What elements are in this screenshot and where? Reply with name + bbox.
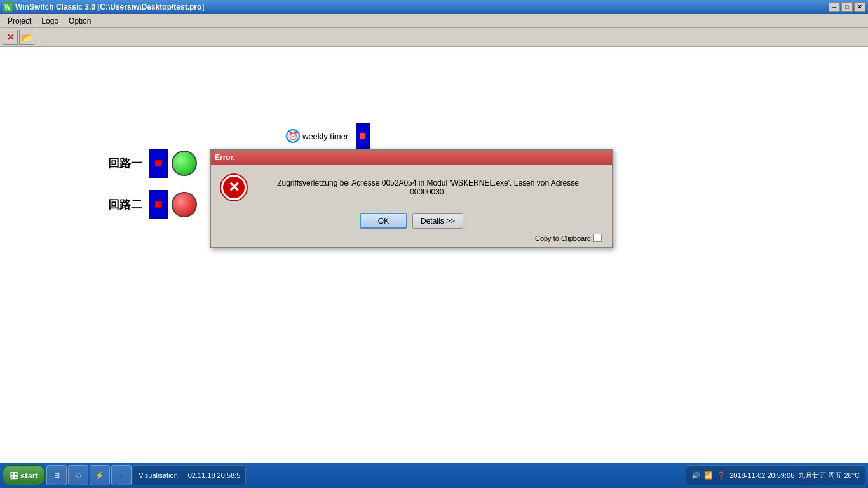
row1-label: 回路一 (108, 156, 142, 171)
taskbar-app3-icon: ⚡ (95, 471, 104, 480)
taskbar-app-4[interactable]: e (111, 465, 132, 485)
close-toolbar-button[interactable]: ✕ (3, 30, 18, 45)
taskbar-app-1[interactable]: ⊞ (46, 465, 67, 485)
windows-icon: ⊞ (10, 470, 18, 482)
taskbar-app4-icon: e (120, 471, 123, 479)
circle-green-1 (172, 151, 197, 176)
window-controls: ─ □ ✕ (829, 2, 865, 12)
dialog-body: ✕ Zugriffsverletzung bei Adresse 0052A05… (211, 165, 612, 208)
switch-indicator-1a (155, 160, 161, 166)
taskbar-app2-icon: 🛡 (75, 471, 82, 479)
error-dialog: Error. ✕ Zugriffsverletzung bei Adresse … (210, 149, 613, 248)
ok-button[interactable]: OK (360, 213, 407, 229)
tray-date-cn: 九月廿五 周五 28°C (798, 471, 860, 480)
circuit-row-2: 回路二 (108, 190, 197, 219)
toolbar-separator (37, 31, 37, 44)
error-icon: ✕ (221, 175, 247, 200)
open-toolbar-button[interactable]: 📂 (19, 30, 34, 45)
weekly-timer-label: weekly timer (302, 132, 348, 141)
start-button[interactable]: ⊞ start (3, 465, 45, 485)
switch-block-1a[interactable] (149, 149, 168, 178)
dialog-footer: Copy to Clipboard (211, 231, 612, 247)
tray-datetime: 2018-11-02 20:59:06 (729, 471, 794, 479)
close-icon: ✕ (6, 31, 15, 43)
toolbar: ✕ 📂 (0, 28, 868, 47)
tray-network-icon: 🔊 (691, 471, 700, 480)
weekly-timer-header: ⏰ weekly timer (286, 123, 370, 149)
start-label: start (20, 471, 38, 480)
menu-project[interactable]: Project (3, 15, 36, 27)
switch-indicator-2a (155, 201, 161, 208)
app-icon: W (3, 2, 13, 12)
error-message: Zugriffsverletzung bei Adresse 0052A054 … (254, 175, 602, 200)
close-button[interactable]: ✕ (854, 2, 865, 12)
window-title: WinSwitch Classic 3.0 [C:\Users\w\Deskto… (15, 3, 829, 11)
dialog-title: Error. (215, 153, 235, 162)
taskbar: ⊞ start ⊞ 🛡 ⚡ e Visualisation 02.11.18 2… (0, 463, 868, 488)
restore-button[interactable]: □ (841, 2, 853, 12)
status-mode: Visualisation (139, 471, 178, 479)
minimize-button[interactable]: ─ (829, 2, 840, 12)
status-timestamp: 02.11.18 20:58:5 (188, 471, 241, 479)
timer-switch-dot (360, 133, 365, 139)
switch-block-2a[interactable] (149, 190, 168, 219)
error-text: Zugriffsverletzung bei Adresse 0052A054 … (277, 179, 579, 196)
circuit-row-1: 回路一 (108, 149, 197, 178)
system-tray: 🔊 📶 ❓ 2018-11-02 20:59:06 九月廿五 周五 28°C (686, 465, 865, 485)
copy-to-clipboard-label: Copy to Clipboard (535, 234, 591, 242)
circle-red-2 (172, 192, 197, 217)
tray-help-icon: ❓ (717, 471, 726, 480)
row2-label: 回路二 (108, 197, 142, 212)
timer-switch[interactable] (356, 123, 370, 149)
details-button[interactable]: Details >> (412, 213, 463, 229)
dialog-buttons: OK Details >> (211, 208, 612, 231)
taskbar-app1-icon: ⊞ (54, 471, 60, 480)
menu-option[interactable]: Option (64, 15, 96, 27)
main-canvas: 回路一 回路二 ⏰ weekly timer (0, 47, 868, 463)
dialog-title-bar: Error. (211, 151, 612, 165)
tray-volume-icon: 📶 (704, 471, 713, 480)
title-bar: W WinSwitch Classic 3.0 [C:\Users\w\Desk… (0, 0, 868, 14)
clock-icon: ⏰ (286, 129, 300, 143)
copy-to-clipboard-checkbox[interactable] (593, 234, 602, 242)
taskbar-app-2[interactable]: 🛡 (68, 465, 88, 485)
folder-icon: 📂 (22, 32, 32, 43)
taskbar-app-3[interactable]: ⚡ (90, 465, 110, 485)
menu-logo[interactable]: Logo (36, 15, 64, 27)
menu-bar: Project Logo Option (0, 14, 868, 28)
